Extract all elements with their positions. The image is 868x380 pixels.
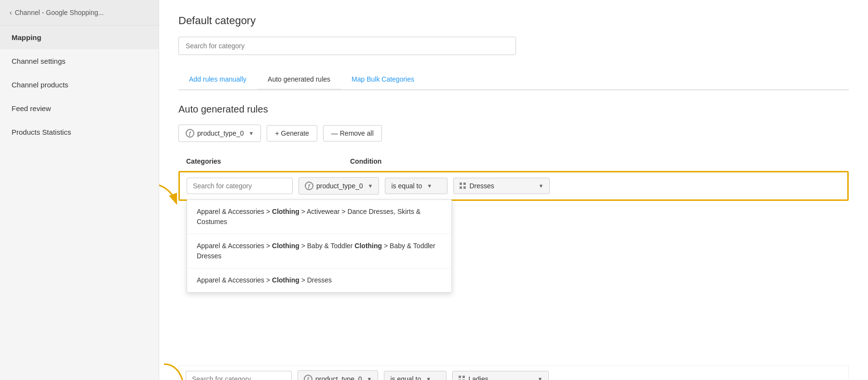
chevron-down-icon-3: ▼ — [427, 183, 432, 189]
chevron-down-icon-op-ladies: ▼ — [426, 376, 431, 380]
dropdown-item-text-2: Apparel & Accessories > Clothing > Baby … — [197, 242, 435, 260]
operator-label: is equal to — [391, 182, 422, 190]
value-label-ladies: Ladies — [468, 375, 488, 380]
field-icon-2: ƒ — [305, 182, 313, 190]
product-type-dropdown[interactable]: ƒ product_type_0 ▼ — [178, 125, 261, 142]
category-dropdown-list: Apparel & Accessories > Clothing > Activ… — [187, 199, 452, 293]
condition-field-dropdown[interactable]: ƒ product_type_0 ▼ — [298, 177, 379, 195]
highlight-1: Clothing — [272, 208, 299, 215]
toolbar: ƒ product_type_0 ▼ + Generate — Remove a… — [178, 125, 849, 142]
highlight-4: Clothing — [272, 276, 299, 284]
rule-row-ladies: ƒ product_type_0 ▼ is equal to ▼ Ladies … — [178, 365, 849, 380]
field-icon: ƒ — [186, 129, 194, 138]
sidebar-back-link[interactable]: ‹ Channel - Google Shopping... — [0, 0, 159, 26]
search-for-category-input[interactable] — [187, 178, 293, 194]
tab-add-rules-manually[interactable]: Add rules manually — [178, 70, 257, 90]
table-header: Categories Condition — [178, 154, 849, 169]
dropdown-item-text-1: Apparel & Accessories > Clothing > Activ… — [197, 208, 420, 225]
condition-field-label: product_type_0 — [316, 182, 363, 190]
dropdown-item-3[interactable]: Apparel & Accessories > Clothing > Dress… — [187, 268, 451, 292]
condition-dropdown-ladies[interactable]: ƒ product_type_0 ▼ — [298, 370, 378, 380]
sidebar-item-feed-review[interactable]: Feed review — [0, 97, 159, 120]
sidebar-item-label: Channel settings — [12, 57, 66, 65]
chevron-down-icon: ▼ — [249, 130, 254, 136]
sidebar-item-channel-settings[interactable]: Channel settings — [0, 49, 159, 73]
operator-dropdown[interactable]: is equal to ▼ — [385, 178, 448, 194]
col-condition-header: Condition — [350, 157, 841, 165]
field-icon-ladies: ƒ — [304, 375, 312, 380]
sidebar-item-label: Products Statistics — [12, 128, 71, 136]
sidebar: ‹ Channel - Google Shopping... Mapping C… — [0, 0, 159, 380]
active-rule-row: ƒ product_type_0 ▼ is equal to ▼ Dresses… — [178, 171, 849, 201]
dropdown-item-1[interactable]: Apparel & Accessories > Clothing > Activ… — [187, 200, 451, 234]
generate-button[interactable]: + Generate — [267, 125, 317, 141]
value-dropdown[interactable]: Dresses ▼ — [453, 178, 550, 194]
condition-label-ladies: product_type_0 — [315, 375, 362, 380]
dropdown-item-2[interactable]: Apparel & Accessories > Clothing > Baby … — [187, 234, 451, 268]
section-title: Auto generated rules — [178, 104, 849, 115]
highlight-3: Clothing — [354, 242, 382, 250]
default-category-search-input[interactable] — [178, 37, 516, 55]
operator-dropdown-ladies[interactable]: is equal to ▼ — [384, 371, 447, 380]
value-label: Dresses — [469, 182, 494, 190]
dropdown-item-text-3: Apparel & Accessories > Clothing > Dress… — [197, 276, 332, 284]
sidebar-item-products-statistics[interactable]: Products Statistics — [0, 120, 159, 144]
sidebar-item-label: Mapping — [12, 33, 41, 42]
main-content: Default category Add rules manually Auto… — [159, 0, 868, 380]
chevron-down-icon-val-ladies: ▼ — [538, 376, 543, 380]
chevron-down-icon-4: ▼ — [539, 183, 544, 189]
operator-label-ladies: is equal to — [390, 375, 421, 380]
chevron-left-icon: ‹ — [10, 9, 12, 16]
search-category-input-ladies[interactable] — [186, 371, 292, 380]
chevron-down-icon-2: ▼ — [368, 183, 373, 189]
remove-all-button[interactable]: — Remove all — [323, 125, 382, 141]
sidebar-back-label: Channel - Google Shopping... — [15, 9, 104, 16]
tabs-container: Add rules manually Auto generated rules … — [178, 70, 849, 90]
grid-icon — [460, 183, 466, 189]
page-title: Default category — [178, 14, 849, 27]
product-type-label: product_type_0 — [197, 129, 244, 137]
tab-auto-generated-rules[interactable]: Auto generated rules — [257, 70, 341, 90]
sidebar-item-mapping[interactable]: Mapping — [0, 26, 159, 49]
col-categories-header: Categories — [186, 157, 340, 165]
tab-map-bulk-categories[interactable]: Map Bulk Categories — [341, 70, 425, 90]
sidebar-item-label: Feed review — [12, 104, 51, 113]
rules-container: ƒ product_type_0 ▼ is equal to ▼ Dresses… — [178, 171, 849, 380]
sidebar-item-channel-products[interactable]: Channel products — [0, 73, 159, 97]
chevron-down-icon-ladies: ▼ — [367, 376, 372, 380]
grid-icon-ladies — [459, 376, 465, 380]
value-dropdown-ladies[interactable]: Ladies ▼ — [452, 371, 549, 380]
highlight-2: Clothing — [272, 242, 299, 250]
sidebar-item-label: Channel products — [12, 81, 68, 89]
